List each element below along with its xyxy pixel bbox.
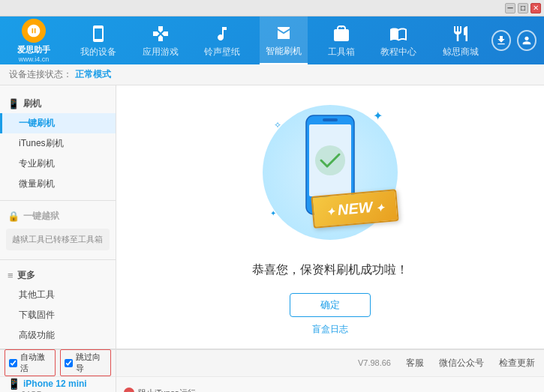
- main-wrapper: 📱 刷机 一键刷机 iTunes刷机 专业刷机 微量刷机: [0, 85, 544, 392]
- my-device-nav-icon: [88, 23, 109, 44]
- sidebar-more-label: 更多: [17, 269, 35, 282]
- sparkle-3: ✦: [270, 209, 276, 217]
- sidebar-divider-2: [0, 259, 116, 260]
- sidebar-item-micro-flash[interactable]: 微量刷机: [0, 174, 116, 194]
- sidebar-jailbreak-header: 🔒 一键越狱: [0, 207, 116, 226]
- phone-illustration: ✦ ✧ ✦: [255, 97, 405, 247]
- logo-icon: [22, 19, 46, 43]
- svg-rect-3: [323, 118, 338, 121]
- skip-wizard-checkbox[interactable]: [65, 359, 73, 367]
- ringtone-wallpaper-nav-icon: [212, 23, 233, 44]
- sparkle-2: ✧: [274, 120, 281, 130]
- sidebar-item-itunes-flash[interactable]: iTunes刷机: [0, 133, 116, 154]
- sidebar-flash-header: 📱 刷机: [0, 94, 116, 113]
- content-area: ✦ ✧ ✦: [116, 85, 544, 349]
- sidebar-item-download-firmware[interactable]: 下载固件: [0, 305, 116, 325]
- auto-activate-checkbox[interactable]: [9, 359, 17, 367]
- device-icon: 📱: [8, 378, 20, 390]
- skip-wizard-label: 跳过向导: [76, 352, 107, 374]
- sparkle-1: ✦: [373, 109, 383, 123]
- app-logo: 爱思助手 www.i4.cn: [0, 19, 68, 63]
- minimize-button[interactable]: ─: [505, 3, 515, 13]
- sidebar-divider-1: [0, 200, 116, 201]
- close-button[interactable]: ✕: [530, 3, 541, 13]
- sidebar-flash-label: 刷机: [23, 97, 41, 110]
- version-text: V7.98.66: [358, 358, 391, 367]
- sidebar-item-other-tools[interactable]: 其他工具: [0, 285, 116, 305]
- device-name: iPhone 12 mini: [23, 379, 87, 389]
- title-bar: ─ □ ✕: [0, 0, 544, 16]
- flash-icon: 📱: [8, 98, 20, 109]
- status-label: 设备连接状态：: [9, 68, 72, 81]
- more-icon: ≡: [8, 270, 14, 281]
- check-update-link[interactable]: 检查更新: [499, 357, 535, 370]
- new-badge: NEW: [311, 189, 399, 229]
- success-message: 恭喜您，保资料刷机成功啦！: [252, 262, 408, 278]
- checkbox-auto-activate[interactable]: 自动激活: [5, 349, 56, 376]
- status-value: 正常模式: [75, 68, 111, 81]
- lock-icon: 🔒: [8, 211, 20, 222]
- checkbox-skip-wizard[interactable]: 跳过向导: [60, 349, 111, 376]
- sidebar-jailbreak-notice: 越狱工具已转移至工具箱: [6, 229, 110, 250]
- customer-service-link[interactable]: 客服: [406, 357, 424, 370]
- nav-item-weibo-mall[interactable]: 鲸思商城: [437, 16, 485, 64]
- sidebar-more-section: ≡ 更多 其他工具 下载固件 高级功能: [0, 263, 116, 349]
- app-name: 爱思助手: [17, 44, 50, 55]
- nav-item-toolbox[interactable]: 工具箱: [322, 16, 361, 64]
- status-bar: 设备连接状态： 正常模式: [0, 64, 544, 85]
- sidebar-more-header: ≡ 更多: [0, 266, 116, 285]
- toolbox-nav-icon: [331, 23, 352, 44]
- tutorial-nav-icon: [388, 23, 409, 44]
- sidebar-item-one-click-flash[interactable]: 一键刷机: [0, 113, 116, 133]
- daily-log-button[interactable]: 盲盒日志: [312, 323, 348, 336]
- sidebar-jailbreak-label: 一键越狱: [23, 210, 59, 223]
- app-header: 爱思助手 www.i4.cn 我的设备 应用游戏 铃声壁纸 智能刷机: [0, 16, 544, 64]
- itunes-stop-label: 阻止iTunes运行: [138, 388, 196, 393]
- main-content: 📱 刷机 一键刷机 iTunes刷机 专业刷机 微量刷机: [0, 85, 544, 349]
- confirm-button[interactable]: 确定: [290, 293, 371, 317]
- wechat-link[interactable]: 微信公众号: [439, 357, 484, 370]
- stop-icon: ■: [124, 388, 134, 392]
- svg-point-4: [315, 145, 345, 175]
- nav-item-smart-store[interactable]: 智能刷机: [260, 16, 308, 64]
- sidebar-flash-section: 📱 刷机 一键刷机 iTunes刷机 专业刷机 微量刷机: [0, 91, 116, 197]
- user-button[interactable]: [517, 30, 536, 51]
- download-button[interactable]: [491, 30, 511, 51]
- nav-item-my-device[interactable]: 我的设备: [74, 16, 122, 64]
- auto-activate-label: 自动激活: [20, 352, 51, 374]
- app-url: www.i4.cn: [19, 55, 50, 63]
- bottom-section: 自动激活 跳过向导 V7.98.66 客服 微信公众号 检查更新 📱 iPh: [0, 349, 544, 393]
- sidebar-item-advanced[interactable]: 高级功能: [0, 325, 116, 346]
- sidebar: 📱 刷机 一键刷机 iTunes刷机 专业刷机 微量刷机: [0, 85, 116, 349]
- sidebar-jailbreak-section: 🔒 一键越狱 越狱工具已转移至工具箱: [0, 204, 116, 256]
- sidebar-item-pro-flash[interactable]: 专业刷机: [0, 154, 116, 174]
- nav-item-apps-games[interactable]: 应用游戏: [137, 16, 185, 64]
- nav-bar: 我的设备 应用游戏 铃声壁纸 智能刷机 工具箱 教程中心: [68, 16, 491, 64]
- maximize-button[interactable]: □: [518, 3, 528, 13]
- apps-games-nav-icon: [150, 23, 171, 44]
- smart-store-nav-icon: [273, 22, 294, 43]
- nav-item-tutorial[interactable]: 教程中心: [374, 16, 422, 64]
- weibo-mall-nav-icon: [450, 23, 471, 44]
- header-actions: [491, 30, 544, 51]
- itunes-stop-button[interactable]: ■ 阻止iTunes运行: [116, 388, 203, 393]
- nav-item-ringtone-wallpaper[interactable]: 铃声壁纸: [198, 16, 246, 64]
